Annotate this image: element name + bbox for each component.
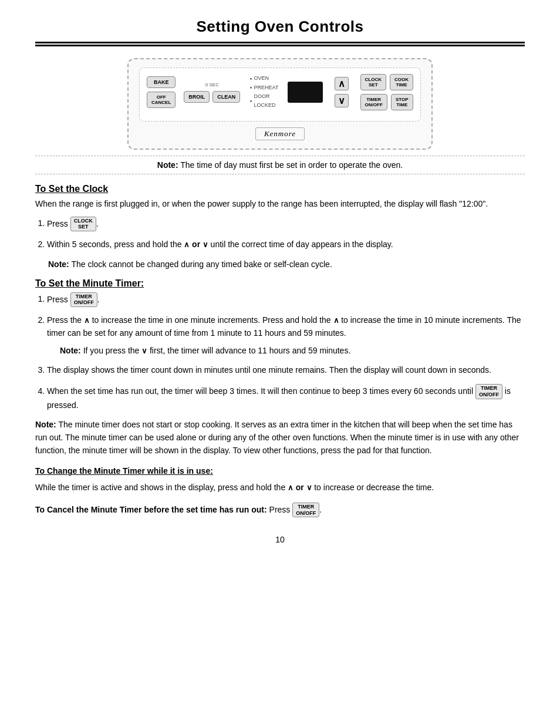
mt-step1-after: . [97,294,100,304]
minute-timer-steps: Press TIMERON/OFF. Press the ∧ to increa… [47,292,525,412]
note-bar-label: Note: [157,160,178,170]
change-timer-before: While the timer is active and shows in t… [35,483,285,492]
oven-diagram: BAKE OFFCANCEL 0 SEC BROIL CLEAN ● OVEN [35,58,525,150]
bottom-note-text: The minute timer does not start or stop … [35,420,519,454]
indicator-door: ● DOOR LOCKED [249,92,278,110]
indicator-oven: ● OVEN [249,74,278,83]
step1-text-before: Press [47,218,68,228]
mt-step4-part1: When the set time has run out, the timer… [47,386,473,396]
dot-preheat: ● [249,84,252,91]
mt-step1-before: Press [47,294,68,304]
set-clock-step-2: Within 5 seconds, press and hold the ∧ o… [47,238,525,251]
step2-arrow-down: ∨ [203,241,211,250]
clock-set-btn: CLOCKSET [360,74,386,90]
clock-set-inline-btn: CLOCKSET [70,217,96,232]
set-clock-step-1: Press CLOCKSET. [47,217,525,232]
oven-top-row: BAKE OFFCANCEL 0 SEC BROIL CLEAN ● OVEN [147,74,413,110]
label-oven: OVEN [254,74,269,83]
change-timer-arrow-up: ∧ [288,483,296,492]
title-border [35,42,525,46]
broil-btn: BROIL [184,91,210,103]
timer-on-off-inline-btn-1: TIMERON/OFF [70,292,97,308]
cook-time-btn: COOKTIME [390,74,413,90]
mt-step2-part2: to increase the time in one minute incre… [92,315,331,325]
minute-timer-step-4: When the set time has run out, the timer… [47,384,525,412]
minute-timer-step-3: The display shows the timer count down i… [47,364,525,377]
minute-timer-heading-text: To Set the Minute Timer: [35,278,144,288]
set-clock-intro: When the range is first plugged in, or w… [35,198,525,211]
set-clock-note-text: The clock cannot be changed during any t… [71,259,332,269]
cancel-timer-text: Press [269,504,291,514]
page-title: Setting Oven Controls [35,18,525,36]
timer-on-off-inline-btn-2: TIMERON/OFF [475,384,502,399]
mt-note-label: Note: [60,346,81,355]
change-timer-arrow-down: ∨ [306,483,315,492]
mt-step2-part1: Press the [47,315,82,325]
oven-indicators: ● OVEN ● PREHEAT ● DOOR LOCKED [249,74,278,110]
set-clock-steps: Press CLOCKSET. Within 5 seconds, press … [47,217,525,251]
oven-right-btns: CLOCKSET COOKTIME TIMERON/OFF STOPTIME [360,74,413,110]
arrow-up-btn: ∧ [335,77,349,90]
set-clock-note-label: Note: [48,259,69,269]
oven-second-col: 0 SEC BROIL CLEAN [184,82,240,103]
off-cancel-btn: OFFCANCEL [147,92,176,108]
oven-right-bottom-row: TIMERON/OFF STOPTIME [360,94,413,110]
step2-or: or [192,240,200,249]
change-timer-heading: To Change the Minute Timer while it is i… [35,465,525,478]
dot-oven: ● [249,75,252,82]
minute-timer-step-1: Press TIMERON/OFF. [47,292,525,308]
mt-step2-note: Note: If you press the ∨ first, the time… [60,345,525,358]
indicator-preheat: ● PREHEAT [249,83,278,92]
timer-on-off-inline-btn-3: TIMERON/OFF [292,503,319,518]
oven-bottom: Kenmore [139,125,421,140]
set-clock-heading-text: To Set the Clock [35,184,108,194]
sec-label: 0 SEC [184,82,240,87]
kenmore-label: Kenmore [255,127,305,140]
step1-period: . [96,218,99,228]
minute-timer-heading: To Set the Minute Timer: [35,278,525,289]
oven-display [288,82,322,103]
label-door: DOOR LOCKED [254,92,279,110]
note-bar: Note: The time of day must first be set … [35,156,525,174]
bake-btn: BAKE [147,76,176,88]
set-clock-note: Note: The clock cannot be changed during… [48,258,525,271]
oven-box: BAKE OFFCANCEL 0 SEC BROIL CLEAN ● OVEN [127,58,433,150]
broil-clean-row: BROIL CLEAN [184,91,240,103]
oven-left-btns: BAKE OFFCANCEL [147,76,176,108]
cancel-timer-label: To Cancel the Minute Timer before the se… [35,504,267,514]
mt-note-text: If you press the [83,346,140,355]
set-clock-heading: To Set the Clock [35,184,525,194]
minute-timer-step-2: Press the ∧ to increase the time in one … [47,314,525,357]
cancel-timer-section: To Cancel the Minute Timer before the se… [35,503,525,518]
step2-text: Within 5 seconds, press and hold the [47,240,182,249]
mt-step2-arrow-up1: ∧ [84,316,92,325]
step2-arrow-up: ∧ [184,241,192,250]
arrow-down-btn: ∨ [335,94,349,107]
stop-time-btn: STOPTIME [391,94,413,110]
oven-inner: BAKE OFFCANCEL 0 SEC BROIL CLEAN ● OVEN [139,68,421,122]
minute-timer-bottom-note: Note: The minute timer does not start or… [35,419,525,457]
clean-btn: CLEAN [212,91,240,103]
step2-text-after: until the correct time of day appears in… [211,240,393,249]
page-number: 10 [35,535,525,544]
mt-note-text2: first, the timer will advance to 11 hour… [150,346,350,355]
change-timer-heading-text: To Change the Minute Timer while it is i… [35,466,213,476]
cancel-timer-after: . [319,504,322,514]
mt-note-arrow: ∨ [141,346,150,355]
oven-right-top-row: CLOCKSET COOKTIME [360,74,413,90]
oven-arrows: ∧ ∨ [335,77,349,107]
note-bar-text: The time of day must first be set in ord… [180,160,403,170]
bottom-note-label: Note: [35,420,56,429]
dot-door: ● [249,97,252,105]
change-timer-text: While the timer is active and shows in t… [35,481,525,494]
timer-on-off-btn: TIMERON/OFF [360,94,387,110]
mt-step2-arrow-up2: ∧ [333,316,342,325]
change-timer-after: to increase or decrease the time. [314,483,434,492]
change-timer-or: or [296,483,304,492]
label-preheat: PREHEAT [254,83,279,92]
